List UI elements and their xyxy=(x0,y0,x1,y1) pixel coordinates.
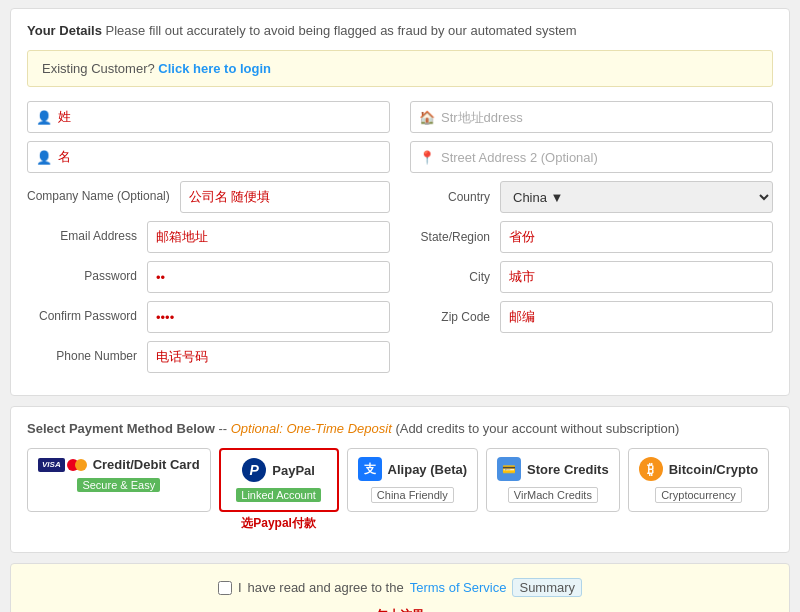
country-label: Country xyxy=(410,190,500,204)
password-label: Password xyxy=(27,269,147,285)
alipay-icon: 支 xyxy=(358,457,382,481)
store-credits-top: 💳 Store Credits xyxy=(497,457,609,481)
paypal-annotation: 选Paypal付款 xyxy=(241,515,316,532)
tos-link[interactable]: Terms of Service xyxy=(410,580,507,595)
payment-alipay[interactable]: 支 Alipay (Beta) China Friendly xyxy=(347,448,478,512)
company-input[interactable] xyxy=(180,181,390,213)
street2-row: 📍 xyxy=(410,141,773,173)
tos-annotation: 勾上这里 xyxy=(27,607,773,612)
payment-store-credits[interactable]: 💳 Store Credits VirMach Credits xyxy=(486,448,620,512)
paypal-label: PayPal xyxy=(272,463,315,478)
tos-summary-badge: Summary xyxy=(512,578,582,597)
person-icon-2: 👤 xyxy=(36,150,52,165)
confirm-password-label: Confirm Password xyxy=(27,309,147,325)
phone-label: Phone Number xyxy=(27,349,147,365)
store-credits-icon: 💳 xyxy=(497,457,521,481)
alipay-sub: China Friendly xyxy=(371,487,454,503)
email-row: Email Address xyxy=(27,221,390,253)
confirm-password-row: Confirm Password xyxy=(27,301,390,333)
payment-credit-card[interactable]: VISA Credit/Debit Card Secure & Easy xyxy=(27,448,211,512)
city-input[interactable] xyxy=(500,261,773,293)
bitcoin-sub: Cryptocurrency xyxy=(655,487,742,503)
bottom-section: I have read and agree to the Terms of Se… xyxy=(10,563,790,612)
country-row: Country China ▼ xyxy=(410,181,773,213)
password-row: Password xyxy=(27,261,390,293)
tos-row: I have read and agree to the Terms of Se… xyxy=(27,578,773,597)
person-icon: 👤 xyxy=(36,110,52,125)
company-row: Company Name (Optional) xyxy=(27,181,390,213)
zip-input[interactable] xyxy=(500,301,773,333)
email-input[interactable] xyxy=(147,221,390,253)
alipay-label: Alipay (Beta) xyxy=(388,462,467,477)
credit-card-label: Credit/Debit Card xyxy=(93,457,200,472)
credit-card-icon: VISA xyxy=(38,458,87,472)
state-label: State/Region xyxy=(410,230,500,244)
password-input[interactable] xyxy=(147,261,390,293)
bitcoin-label: Bitcoin/Crypto xyxy=(669,462,759,477)
alipay-card-top: 支 Alipay (Beta) xyxy=(358,457,467,481)
state-input[interactable] xyxy=(500,221,773,253)
city-row: City xyxy=(410,261,773,293)
credit-card-sub: Secure & Easy xyxy=(77,478,160,492)
street1-input[interactable] xyxy=(441,110,764,125)
tos-text-2: have read and agree to the xyxy=(248,580,404,595)
first-name-input[interactable] xyxy=(58,110,381,125)
credit-card-top: VISA Credit/Debit Card xyxy=(38,457,200,472)
zip-row: Zip Code xyxy=(410,301,773,333)
form-right-col: 🏠 📍 Country China ▼ State/Re xyxy=(410,101,773,381)
state-row: State/Region xyxy=(410,221,773,253)
paypal-icon: P xyxy=(242,458,266,482)
form-left-col: 👤 👤 Company Name (Optional) Email Addres… xyxy=(27,101,390,381)
store-credits-sub: VirMach Credits xyxy=(508,487,598,503)
street1-row: 🏠 xyxy=(410,101,773,133)
bitcoin-icon: ₿ xyxy=(639,457,663,481)
paypal-card-top: P PayPal xyxy=(242,458,315,482)
first-name-row: 👤 xyxy=(27,101,390,133)
mastercard-icon xyxy=(67,458,87,472)
zip-label: Zip Code xyxy=(410,310,500,324)
last-name-row: 👤 xyxy=(27,141,390,173)
email-label: Email Address xyxy=(27,229,147,245)
phone-row: Phone Number xyxy=(27,341,390,373)
tos-text: I xyxy=(238,580,242,595)
payment-title: Select Payment Method Below -- Optional:… xyxy=(27,421,773,436)
visa-icon: VISA xyxy=(38,458,65,472)
city-label: City xyxy=(410,270,500,284)
bitcoin-card-top: ₿ Bitcoin/Crypto xyxy=(639,457,759,481)
payment-paypal[interactable]: P PayPal Linked Account 选Paypal付款 xyxy=(219,448,339,512)
section-title: Your Details Please fill out accurately … xyxy=(27,23,773,38)
payment-section: Select Payment Method Below -- Optional:… xyxy=(10,406,790,553)
location-icon: 📍 xyxy=(419,150,435,165)
payment-bitcoin[interactable]: ₿ Bitcoin/Crypto Cryptocurrency xyxy=(628,448,770,512)
paypal-sub: Linked Account xyxy=(236,488,321,502)
login-link[interactable]: Click here to login xyxy=(158,61,271,76)
confirm-password-input[interactable] xyxy=(147,301,390,333)
last-name-input[interactable] xyxy=(58,150,381,165)
company-label: Company Name (Optional) xyxy=(27,189,180,205)
phone-input[interactable] xyxy=(147,341,390,373)
building-icon: 🏠 xyxy=(419,110,435,125)
payment-methods: VISA Credit/Debit Card Secure & Easy P P… xyxy=(27,448,773,538)
tos-checkbox[interactable] xyxy=(218,581,232,595)
street2-input[interactable] xyxy=(441,150,764,165)
existing-customer-notice: Existing Customer? Click here to login xyxy=(27,50,773,87)
country-select[interactable]: China ▼ xyxy=(500,181,773,213)
store-credits-label: Store Credits xyxy=(527,462,609,477)
